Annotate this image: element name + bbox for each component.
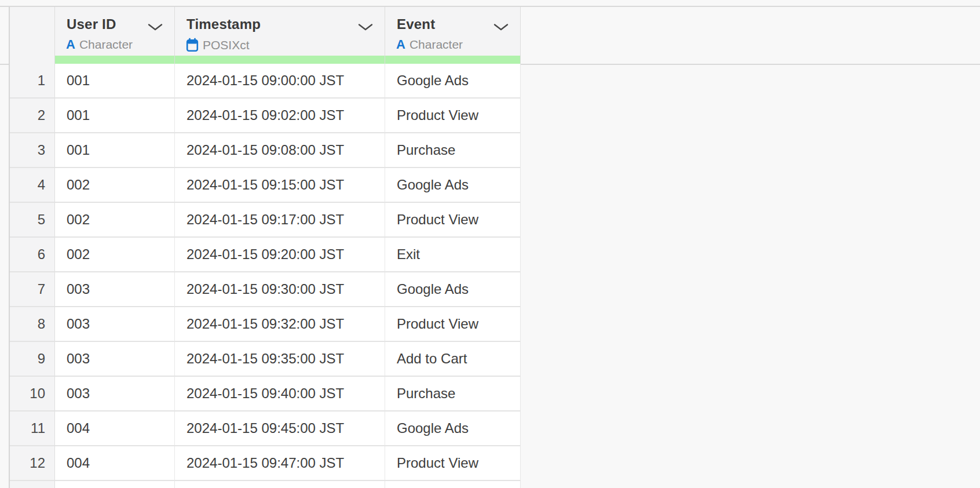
table-row: 5 002 2024-01-15 09:17:00 JST Product Vi…: [10, 203, 521, 238]
column-type-label: Character: [79, 38, 133, 52]
row-number[interactable]: 3: [10, 133, 55, 168]
table-row: 6 002 2024-01-15 09:20:00 JST Exit: [10, 238, 521, 272]
character-type-icon: A: [396, 38, 405, 51]
table-cell[interactable]: 2024-01-15 09:45:00 JST: [175, 411, 385, 446]
table-cell[interactable]: 2024-01-15 09:30:00 JST: [175, 272, 385, 307]
table-cell[interactable]: Product View: [385, 99, 521, 133]
table-row: 12 004 2024-01-15 09:47:00 JST Product V…: [10, 446, 521, 481]
column-name: User ID: [67, 16, 116, 32]
character-type-icon: A: [66, 38, 75, 51]
column-header[interactable]: Event A Character: [385, 7, 521, 64]
chevron-down-icon[interactable]: [493, 23, 509, 31]
table-cell[interactable]: Purchase: [385, 133, 521, 168]
table-cell[interactable]: 003: [55, 377, 175, 411]
table-cell[interactable]: Google Ads: [385, 411, 521, 446]
row-number[interactable]: 6: [10, 238, 55, 272]
column-name: Event: [397, 16, 435, 32]
header-columns: User ID A Character Timestamp A: [9, 7, 521, 64]
column-valid-bar: [385, 56, 520, 64]
table-row-partial: [10, 481, 521, 488]
row-number-header-cell: [10, 7, 55, 64]
table-cell: [385, 481, 521, 488]
column-type-label: Character: [409, 38, 463, 52]
row-number[interactable]: 9: [10, 342, 55, 377]
chevron-down-icon[interactable]: [358, 23, 373, 31]
row-number[interactable]: 10: [10, 377, 55, 411]
data-viewer-canvas: User ID A Character Timestamp A: [0, 0, 980, 488]
table-row: 2 001 2024-01-15 09:02:00 JST Product Vi…: [10, 99, 521, 133]
table-cell[interactable]: Exit: [385, 238, 521, 272]
table-cell[interactable]: 004: [55, 411, 175, 446]
column-valid-bar: [55, 56, 174, 64]
row-number[interactable]: 1: [10, 64, 55, 99]
column-type-row: A POSIXct: [186, 38, 250, 52]
column-type-row: A Character: [396, 38, 463, 52]
table-cell[interactable]: 001: [55, 99, 175, 133]
table-cell[interactable]: Google Ads: [385, 272, 521, 307]
table-header: User ID A Character Timestamp A: [0, 6, 980, 65]
table-cell[interactable]: 002: [55, 238, 175, 272]
table-cell[interactable]: 2024-01-15 09:17:00 JST: [175, 203, 385, 238]
row-number[interactable]: 5: [10, 203, 55, 238]
table-cell[interactable]: 002: [55, 168, 175, 203]
row-number[interactable]: 2: [10, 99, 55, 133]
table-cell: [175, 481, 385, 488]
table-cell[interactable]: 003: [55, 272, 175, 307]
table-cell: [55, 481, 175, 488]
column-header[interactable]: User ID A Character: [55, 7, 175, 64]
table-row: 9 003 2024-01-15 09:35:00 JST Add to Car…: [10, 342, 521, 377]
table-cell[interactable]: Google Ads: [385, 168, 521, 203]
table-cell[interactable]: 003: [55, 307, 175, 342]
column-name: Timestamp: [187, 16, 261, 32]
table-cell[interactable]: Product View: [385, 307, 521, 342]
table-cell[interactable]: 2024-01-15 09:15:00 JST: [175, 168, 385, 203]
table-cell[interactable]: Purchase: [385, 377, 521, 411]
table-cell[interactable]: 004: [55, 446, 175, 481]
table-row: 4 002 2024-01-15 09:15:00 JST Google Ads: [10, 168, 521, 203]
table-row: 1 001 2024-01-15 09:00:00 JST Google Ads: [10, 64, 521, 99]
table-cell[interactable]: Google Ads: [385, 64, 521, 99]
row-number: [10, 481, 55, 488]
calendar-type-icon: [186, 38, 199, 52]
table-cell[interactable]: 2024-01-15 09:08:00 JST: [175, 133, 385, 168]
row-number[interactable]: 12: [10, 446, 55, 481]
table-cell[interactable]: 001: [55, 133, 175, 168]
row-number[interactable]: 4: [10, 168, 55, 203]
table-cell[interactable]: 2024-01-15 09:47:00 JST: [175, 446, 385, 481]
table-row: 7 003 2024-01-15 09:30:00 JST Google Ads: [10, 272, 521, 307]
table-cell[interactable]: Product View: [385, 446, 521, 481]
column-header[interactable]: Timestamp A POSIXct: [175, 7, 385, 64]
table-cell[interactable]: 002: [55, 203, 175, 238]
table-body: 1 001 2024-01-15 09:00:00 JST Google Ads…: [9, 64, 521, 488]
table-row: 11 004 2024-01-15 09:45:00 JST Google Ad…: [10, 411, 521, 446]
table-cell[interactable]: 2024-01-15 09:40:00 JST: [175, 377, 385, 411]
table-cell[interactable]: 2024-01-15 09:20:00 JST: [175, 238, 385, 272]
row-number[interactable]: 11: [10, 411, 55, 446]
table-row: 8 003 2024-01-15 09:32:00 JST Product Vi…: [10, 307, 521, 342]
table-row: 10 003 2024-01-15 09:40:00 JST Purchase: [10, 377, 521, 411]
table-row: 3 001 2024-01-15 09:08:00 JST Purchase: [10, 133, 521, 168]
table-cell[interactable]: 2024-01-15 09:35:00 JST: [175, 342, 385, 377]
table-cell[interactable]: 003: [55, 342, 175, 377]
row-number[interactable]: 8: [10, 307, 55, 342]
row-number[interactable]: 7: [10, 272, 55, 307]
column-type-row: A Character: [66, 38, 133, 52]
chevron-down-icon[interactable]: [148, 23, 163, 31]
table-cell[interactable]: Add to Cart: [385, 342, 521, 377]
column-type-label: POSIXct: [203, 38, 250, 52]
table-cell[interactable]: 2024-01-15 09:00:00 JST: [175, 64, 385, 99]
column-valid-bar: [175, 56, 385, 64]
table-cell[interactable]: Product View: [385, 203, 521, 238]
table-cell[interactable]: 2024-01-15 09:32:00 JST: [175, 307, 385, 342]
table-cell[interactable]: 001: [55, 64, 175, 99]
table-cell[interactable]: 2024-01-15 09:02:00 JST: [175, 99, 385, 133]
